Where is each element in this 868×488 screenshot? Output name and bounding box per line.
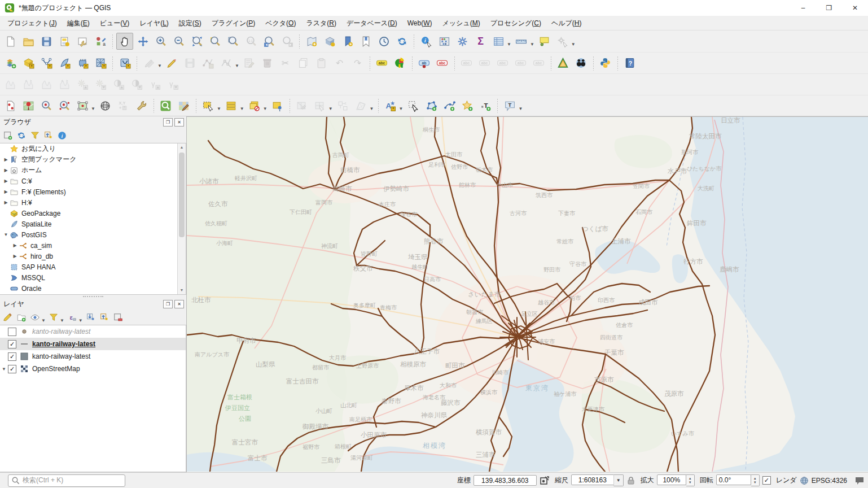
open-attribute-table-icon[interactable] bbox=[490, 33, 507, 50]
menu-12[interactable]: プロセシング(C) bbox=[485, 16, 546, 30]
expand-arrow-icon[interactable]: ▶ bbox=[11, 254, 19, 259]
layer-row-openstreetmap[interactable]: ▼✓OpenStreetMap bbox=[0, 363, 186, 375]
new-map-view-icon[interactable] bbox=[303, 33, 320, 50]
zoom-to-layer-icon[interactable] bbox=[225, 33, 242, 50]
zoom-to-selection-icon[interactable] bbox=[207, 33, 223, 50]
map-canvas[interactable]: 小諸市軽井沢町佐久市佐久穂町小海町北杜市南アルプス市甲府市山梨県大月市都留市上野… bbox=[186, 116, 868, 472]
new-project-icon[interactable] bbox=[2, 33, 19, 50]
pan-map-icon[interactable] bbox=[116, 33, 133, 50]
show-statistics-icon[interactable]: Σ bbox=[472, 33, 489, 50]
layer-visibility-checkbox[interactable]: ✓ bbox=[8, 352, 16, 361]
text-balloon-dropdown[interactable]: ▼ bbox=[518, 106, 523, 111]
toggle-editing-icon[interactable] bbox=[164, 55, 181, 72]
remove-layer-icon[interactable] bbox=[111, 311, 125, 324]
line-annotation-icon[interactable] bbox=[441, 97, 458, 114]
rotation-spinner[interactable]: ▲▼ bbox=[751, 474, 760, 486]
extents-toggle-icon[interactable] bbox=[540, 476, 550, 486]
copy-coordinate-icon[interactable] bbox=[2, 97, 19, 114]
current-edits-dropdown[interactable]: ▼ bbox=[157, 63, 162, 68]
geo-search-binoculars-icon[interactable] bbox=[573, 55, 590, 72]
expand-all-icon[interactable] bbox=[84, 311, 98, 324]
browser-item-hiro_db[interactable]: ▶hiro_db bbox=[0, 251, 186, 262]
pan-to-selection-icon[interactable] bbox=[134, 33, 151, 50]
digitizer-globe-icon[interactable] bbox=[97, 97, 114, 114]
polygon-annotation-icon[interactable] bbox=[423, 97, 440, 114]
render-checkbox[interactable]: ✓ bbox=[762, 476, 771, 485]
scale-combo[interactable]: 1:608163 bbox=[571, 474, 614, 485]
filter-by-expression-dropdown[interactable]: ▼ bbox=[78, 318, 83, 323]
rotation-input[interactable]: 0.0° bbox=[716, 474, 751, 485]
browser-item-c[interactable]: ▶C:¥ bbox=[0, 176, 186, 186]
locator-search-input[interactable]: 検索(Ctrl + K) bbox=[8, 474, 125, 487]
expand-arrow-icon[interactable]: ▶ bbox=[2, 168, 10, 173]
expand-arrow-icon[interactable]: ▼ bbox=[2, 232, 10, 237]
zoom-full-icon[interactable] bbox=[188, 33, 205, 50]
menu-2[interactable]: 編集(E) bbox=[62, 16, 95, 30]
temporal-controller-icon[interactable] bbox=[375, 33, 392, 50]
browser-item-oracle[interactable]: Oracle bbox=[0, 283, 186, 294]
new-print-layout-icon[interactable] bbox=[56, 33, 73, 50]
new-geopackage-layer-icon[interactable]: * bbox=[20, 55, 37, 72]
menu-10[interactable]: Web(W) bbox=[402, 16, 437, 30]
scroll-down-icon[interactable]: ▼ bbox=[178, 286, 186, 294]
scroll-up-icon[interactable]: ▲ bbox=[178, 143, 186, 151]
dem-triangle-plugin-icon[interactable] bbox=[555, 55, 572, 72]
layer-visibility-checkbox[interactable]: ✓ bbox=[8, 365, 16, 373]
browser-item-spatialite[interactable]: SpatiaLite bbox=[0, 219, 186, 229]
measure-line-dropdown[interactable]: ▼ bbox=[530, 42, 534, 47]
layer-visibility-checkbox[interactable]: ✓ bbox=[8, 340, 16, 348]
quickosm-icon[interactable] bbox=[176, 97, 192, 114]
pin-unpin-labels-icon[interactable]: ab bbox=[416, 55, 433, 72]
statistical-summary-icon[interactable] bbox=[436, 33, 453, 50]
layer-diagram-options-icon[interactable] bbox=[392, 55, 409, 72]
polygon-net-dropdown[interactable]: ▼ bbox=[370, 106, 374, 111]
new-virtual-layer-icon[interactable]: * bbox=[92, 55, 109, 72]
layer-expand-arrow-icon[interactable]: ▼ bbox=[0, 367, 8, 372]
log-messages-icon[interactable] bbox=[854, 476, 865, 486]
expand-arrow-icon[interactable]: ▶ bbox=[2, 189, 10, 194]
select-by-location-icon[interactable] bbox=[269, 97, 286, 114]
scroll-thumb[interactable] bbox=[179, 152, 185, 237]
deselect-all-dropdown[interactable]: ▼ bbox=[263, 106, 268, 111]
menu-3[interactable]: ビュー(V) bbox=[95, 16, 135, 30]
layer-row-kanto-railway-latest[interactable]: kanto-railway-latest bbox=[0, 325, 186, 338]
new-shapefile-layer-icon[interactable]: * bbox=[38, 55, 55, 72]
browser-item-felements[interactable]: ▶F:¥ (Elements) bbox=[0, 186, 186, 197]
menu-4[interactable]: レイヤ(L) bbox=[134, 16, 174, 30]
new-annotation-layer-icon[interactable]: A* bbox=[382, 97, 399, 114]
browser-collapse-all-icon[interactable] bbox=[42, 129, 55, 142]
select-features-icon[interactable] bbox=[200, 97, 217, 114]
new-spatial-bookmark-icon[interactable] bbox=[339, 33, 356, 50]
layer-row-kanto-railway-latest[interactable]: ✓kanto-railway-latest bbox=[0, 350, 186, 363]
browser-item-[interactable]: お気に入り bbox=[0, 143, 186, 154]
magnifier-input[interactable]: 100% bbox=[657, 474, 686, 485]
new-annotation-layer-dropdown[interactable]: ▼ bbox=[399, 106, 404, 111]
manage-map-themes-icon[interactable] bbox=[28, 311, 42, 324]
data-source-manager-icon[interactable] bbox=[2, 55, 19, 72]
new-spatialite-layer-icon[interactable]: * bbox=[56, 55, 73, 72]
identify-features-icon[interactable]: i bbox=[418, 33, 435, 50]
browser-properties-icon[interactable]: i bbox=[55, 129, 69, 142]
filter-by-expression-icon[interactable]: ε bbox=[65, 311, 79, 324]
lock-scale-icon[interactable] bbox=[626, 476, 635, 485]
multi-zoom-icon[interactable] bbox=[56, 97, 73, 114]
layers-float-button[interactable]: ❐ bbox=[163, 300, 173, 308]
menu-9[interactable]: データベース(D) bbox=[341, 16, 402, 30]
layer-visibility-checkbox[interactable] bbox=[8, 328, 16, 336]
deselect-all-icon[interactable] bbox=[246, 97, 263, 114]
zoom-last-icon[interactable] bbox=[261, 33, 278, 50]
expand-arrow-icon[interactable]: ▶ bbox=[2, 157, 10, 162]
browser-item-geopackage[interactable]: GeoPackage bbox=[0, 208, 186, 219]
processing-toolbox-icon[interactable] bbox=[454, 33, 471, 50]
open-attribute-table-dropdown[interactable]: ▼ bbox=[507, 42, 511, 47]
select-raster-dropdown[interactable]: ▼ bbox=[328, 106, 333, 111]
highlight-pinned-labels-icon[interactable]: abc bbox=[434, 55, 451, 72]
help-contents-icon[interactable]: ? bbox=[621, 55, 638, 72]
latlon-settings-icon[interactable] bbox=[133, 97, 150, 114]
layers-close-button[interactable]: ✕ bbox=[174, 300, 184, 308]
text-balloon-icon[interactable]: T bbox=[501, 97, 518, 114]
expand-arrow-icon[interactable]: ▶ bbox=[2, 178, 10, 184]
browser-item-h[interactable]: ▶H:¥ bbox=[0, 197, 186, 208]
show-layout-manager-icon[interactable] bbox=[74, 33, 91, 50]
map-tips-icon[interactable] bbox=[536, 33, 553, 50]
